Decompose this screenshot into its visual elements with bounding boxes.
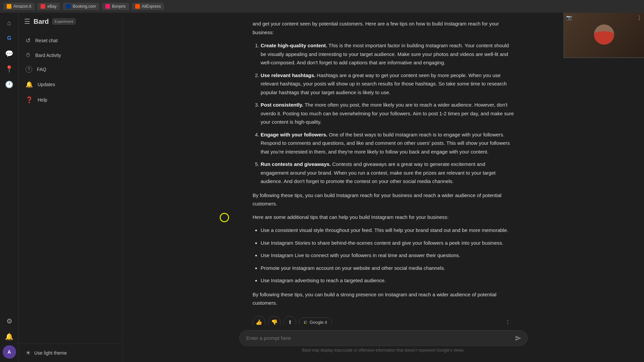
response-text: and get your content seen by potential c… [253,19,514,307]
intro-text: and get your content seen by potential c… [253,19,514,37]
main-content: and get your content seen by potential c… [123,13,644,362]
nav-faq-label: FAQ [37,67,46,72]
item2-bold: Use relevant hashtags. [261,72,315,78]
chat-icon[interactable]: 💬 [3,47,16,60]
video-camera-icon: 📷 [566,15,572,20]
maps-icon[interactable]: 📍 [3,62,16,76]
theme-toggle-label: Use light theme [34,350,67,356]
bullet-1: Use a consistent visual style throughout… [261,226,514,235]
thumbs-up-button[interactable]: 👍 [253,316,265,325]
bullet-4: Promote your Instagram account on your w… [261,264,514,273]
response-container: and get your content seen by potential c… [239,13,528,325]
bard-activity-icon: ⏱ [25,52,31,58]
amazon-favicon [7,4,11,9]
share-button[interactable]: ⬆ [283,316,296,325]
input-wrapper [239,330,528,346]
profile-icon[interactable]: A [3,345,16,359]
browser-bar: Amazon.it eBay Booking.com Bonprix AliEx… [0,0,644,13]
ebay-favicon [41,4,45,9]
faq-icon: ? [25,66,32,73]
chat-area[interactable]: and get your content seen by potential c… [123,13,644,325]
google-g-icon: G [304,320,308,325]
nav-help-label: Help [38,97,47,103]
bard-logo: Bard [34,18,49,25]
nav-updates-label: Updates [38,82,55,87]
numbered-list: Create high-quality content. This is the… [253,41,514,186]
send-button[interactable] [512,332,524,344]
google-it-label: Google it [310,320,327,325]
tab-ebay-label: eBay [47,4,56,9]
nav-bard-activity-label: Bard Activity [35,53,61,58]
app-container: ⌂ G 💬 📍 🕐 ⚙ 🔔 A ☰ Bard Experiment ↺ Rese… [0,13,644,362]
sidebar-nav: ↺ Reset chat ⏱ Bard Activity ? FAQ 🔔 Upd… [19,30,122,344]
theme-toggle[interactable]: ☀ Use light theme [25,349,116,357]
google-icon[interactable]: G [3,32,16,45]
item1-bold: Create high-quality content. [261,43,327,48]
sidebar: ☰ Bard Experiment ↺ Reset chat ⏱ Bard Ac… [19,13,123,362]
more-options-button[interactable]: ⋮ [501,316,514,325]
send-icon [515,335,522,342]
tab-ebay[interactable]: eBay [37,3,60,10]
tab-aliexpress-label: AliExpress [142,4,161,9]
sun-icon: ☀ [25,349,31,357]
thumbs-down-button[interactable]: 👎 [268,316,281,325]
tab-bonprix[interactable]: Bonprix [102,3,129,10]
action-bar: 👍 👎 ⬆ G Google it ⋮ [253,312,514,325]
nav-help[interactable]: ❓ Help [19,92,117,108]
hamburger-icon[interactable]: ☰ [24,17,30,25]
nav-bard-activity[interactable]: ⏱ Bard Activity [19,48,117,62]
sidebar-header: ☰ Bard Experiment [19,13,122,30]
tab-amazon-label: Amazon.it [13,4,31,9]
nav-reset-chat-label: Reset chat [35,38,58,43]
tab-bonprix-label: Bonprix [112,4,126,9]
summary2: By following these tips, you can build a… [253,290,514,307]
bullet-list: Use a consistent visual style throughout… [253,226,514,285]
video-inner [564,13,644,57]
reset-chat-icon: ↺ [25,37,31,44]
bullet-3: Use Instagram Live to connect with your … [261,251,514,260]
item4-bold: Engage with your followers. [261,132,327,137]
experiment-badge: Experiment [52,18,76,24]
nav-faq[interactable]: ? FAQ [19,62,117,77]
list-item-1: Create high-quality content. This is the… [261,41,514,67]
bonprix-favicon [105,4,110,9]
summary1: By following these tips, you can build I… [253,191,514,208]
clock-icon[interactable]: 🕐 [3,78,16,91]
sidebar-bottom: ☀ Use light theme [19,344,122,362]
notifications-icon[interactable]: 🔔 [3,330,16,343]
tab-aliexpress[interactable]: AliExpress [132,3,164,10]
bullet-2: Use Instagram Stories to share behind-th… [261,239,514,247]
item3-bold: Post consistently. [261,102,303,108]
tab-booking[interactable]: Booking.com [63,3,99,10]
tab-booking-label: Booking.com [73,4,96,9]
updates-icon: 🔔 [25,81,33,88]
prompt-input[interactable] [239,330,528,346]
item5-bold: Run contests and giveaways. [261,161,331,167]
list-item-2: Use relevant hashtags. Hashtags are a gr… [261,71,514,97]
left-rail: ⌂ G 💬 📍 🕐 ⚙ 🔔 A [0,13,19,362]
disclaimer-text: Bard may display inaccurate or offensive… [239,346,528,357]
settings-icon[interactable]: ⚙ [3,314,16,328]
list-item-3: Post consistently. The more often you po… [261,101,514,126]
list-item-5: Run contests and giveaways. Contests and… [261,160,514,186]
input-area: Bard may display inaccurate or offensive… [123,325,644,362]
home-icon[interactable]: ⌂ [3,16,16,29]
google-it-button[interactable]: G Google it [299,317,332,325]
help-icon: ❓ [25,96,33,104]
list-item-4: Engage with your followers. One of the b… [261,130,514,156]
additional-intro: Here are some additional tips that can h… [253,213,514,222]
booking-favicon [66,4,71,9]
video-overlay: ⋮ 📷 [564,13,644,58]
bullet-5: Use Instagram advertising to reach a tar… [261,276,514,285]
nav-reset-chat[interactable]: ↺ Reset chat [19,33,117,48]
tab-amazon[interactable]: Amazon.it [3,3,35,10]
video-more-icon[interactable]: ⋮ [637,15,642,21]
aliexpress-favicon [135,4,140,9]
nav-updates[interactable]: 🔔 Updates [19,77,117,92]
